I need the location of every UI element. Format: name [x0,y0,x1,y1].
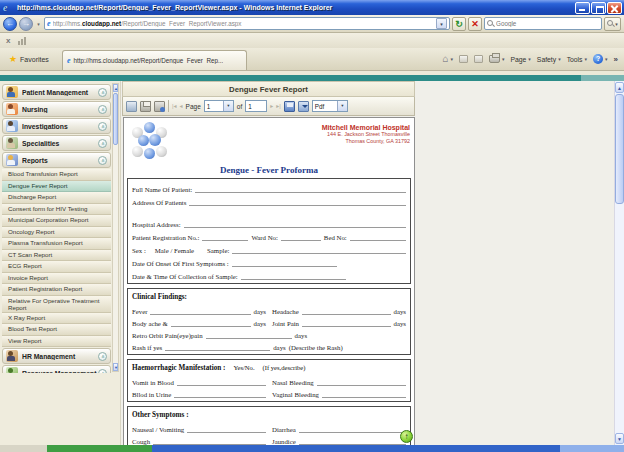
page-menu[interactable]: Page▾ [510,56,530,63]
sidebar-item-oncology-report[interactable]: Oncology Report [2,227,111,239]
sidebar-scrollbar-thumb[interactable] [113,93,118,145]
export-icon[interactable] [298,101,309,112]
back-button[interactable]: ← [3,17,17,31]
scroll-down-icon[interactable]: ▼ [113,363,118,371]
restore-button[interactable] [591,2,606,14]
search-icon [607,20,614,27]
scroll-to-top-button[interactable]: ↑ [400,430,413,443]
sidebar-section-patient-management[interactable]: Patient Management » [2,84,111,100]
address-dropdown-icon[interactable]: ▾ [436,18,447,29]
feeds-icon[interactable] [459,55,468,63]
refresh-button[interactable]: ↻ [452,17,466,31]
expand-arrow-icon[interactable]: » [98,352,107,361]
expand-arrow-icon[interactable]: » [98,105,107,114]
report-params-icon[interactable] [126,101,137,112]
sidebar-item-invoice-report[interactable]: Invoice Report [2,273,111,285]
minimize-button[interactable] [575,2,590,14]
resource-management-icon [6,367,18,373]
stop-button[interactable]: ✕ [468,17,482,31]
address-input[interactable]: e http://hms.cloudapp.net/Report/Dengue_… [44,17,450,30]
hospital-name: Mitchell Memorial Hospital [322,124,410,131]
close-button[interactable] [607,2,622,14]
forward-button[interactable]: → [19,17,33,31]
print-setup-icon[interactable] [154,101,165,112]
sidebar-item-plasma-transfusion-report[interactable]: Plasma Transfusion Report [2,238,111,250]
scroll-up-icon[interactable]: ▲ [615,82,624,93]
sidebar-item-blood-transfusion-report[interactable]: Blood Transfusion Report [2,169,111,181]
address-url: http://hms.cloudapp.net/Report/Dengue_Fe… [53,20,434,27]
tab-dengue-report[interactable]: e http://hms.cloudapp.net/Report/Dengue_… [62,50,247,70]
sidebar-item-relative-operative-treatment-report[interactable]: Relative For Operative Treatment Report [2,296,111,313]
prev-page-button[interactable]: ◂ [180,101,183,112]
other-symptoms-section: Other Symptoms : Nauseal / Vomiting Diar… [127,406,411,445]
sidebar-section-resource-management[interactable]: Resource Management » [2,365,111,373]
collapse-arrow-icon[interactable]: » [98,156,107,165]
page-label: Page [186,103,201,110]
sidebar-section-investigations[interactable]: Investigations » [2,118,111,134]
field-line [174,390,266,398]
sidebar-item-consent-form-hiv[interactable]: Consent form for HIV Testing [2,204,111,216]
search-button[interactable]: ▾ [604,17,621,31]
field-line [241,272,346,280]
print-icon[interactable] [140,101,151,112]
sidebar-section-nursing[interactable]: Nursing » [2,101,111,117]
window-title: http://hms.cloudapp.net/Report/Dengue_Fe… [17,4,575,11]
sidebar-item-ct-scan-report[interactable]: CT Scan Report [2,250,111,262]
search-input[interactable] [496,20,599,27]
toolbar-separator [168,100,169,112]
sidebar-section-hr-management[interactable]: HR Management » [2,348,111,364]
scroll-down-icon[interactable]: ▼ [615,433,624,444]
favorites-button[interactable]: ★ Favorites [4,50,54,68]
home-button[interactable]: ⌂▾ [442,54,453,64]
dropdown-arrow-icon[interactable]: ▾ [337,101,347,111]
first-page-button[interactable]: |◂ [172,101,177,112]
sidebar-accordion: Patient Management » Nursing » Investiga… [0,81,113,373]
report-page: Mitchell Memorial Hospital 144 E. Jackso… [123,117,415,445]
quick-launch-icon [18,37,26,45]
form-title: Dengue - Fever Proforma [124,165,414,178]
format-select[interactable]: Pdf ▾ [312,100,348,112]
field-line [322,390,406,398]
expand-arrow-icon[interactable]: » [98,139,107,148]
tab-favicon-icon: e [67,57,71,65]
read-mail-icon[interactable] [474,55,483,63]
sidebar-item-x-ray-report[interactable]: X Ray Report [2,313,111,325]
expand-arrow-icon[interactable]: » [98,88,107,97]
sidebar-item-discharge-report[interactable]: Discharge Report [2,192,111,204]
sidebar-item-municipal-corporation-report[interactable]: Municipal Corporation Report [2,215,111,227]
field-line [302,307,391,315]
help-menu[interactable]: ?▾ [593,54,608,64]
next-page-button[interactable]: ▸ [270,101,273,112]
report-viewer: Dengue Fever Report |◂ ◂ Page 1 ▾ of ▸ ▸… [122,81,614,445]
tools-menu[interactable]: Tools▾ [567,56,587,63]
save-export-icon[interactable] [284,101,295,112]
sidebar-section-reports[interactable]: Reports » [2,152,111,168]
sidebar-item-blood-test-report[interactable]: Blood Test Report [2,324,111,336]
toolbar-overflow-chevron[interactable]: » [614,55,618,64]
ie-logo-icon: e [3,3,13,13]
total-pages-box[interactable] [245,100,267,112]
field-line [281,233,321,241]
specialities-icon [6,137,18,149]
safety-menu[interactable]: Safety▾ [537,56,561,63]
field-line [195,185,406,193]
scroll-up-icon[interactable]: ▲ [113,84,118,92]
main-scrollbar-thumb[interactable] [615,94,624,204]
page-select[interactable]: 1 ▾ [204,100,234,112]
sidebar-scrollbar[interactable]: ▲ ▼ [112,83,119,372]
expand-arrow-icon[interactable]: » [98,122,107,131]
of-label: of [237,103,242,110]
main-scrollbar[interactable]: ▲ ▼ [614,81,624,445]
sidebar-item-ecg-report[interactable]: ECG Report [2,261,111,273]
sidebar-item-dengue-fever-report[interactable]: Dengue Fever Report [2,181,111,193]
history-dropdown-icon[interactable]: ▾ [35,21,42,27]
sidebar-item-patient-registration-report[interactable]: Patient Registration Report [2,284,111,296]
sidebar-item-view-report[interactable]: View Report [2,336,111,348]
close-toolbar-button[interactable]: x [6,37,10,45]
field-line [187,425,266,433]
last-page-button[interactable]: ▸| [276,101,281,112]
sidebar-section-specialities[interactable]: Specialities » [2,135,111,151]
dropdown-arrow-icon[interactable]: ▾ [223,101,233,111]
expand-arrow-icon[interactable]: » [98,369,107,374]
print-button[interactable]: ▾ [489,55,505,63]
